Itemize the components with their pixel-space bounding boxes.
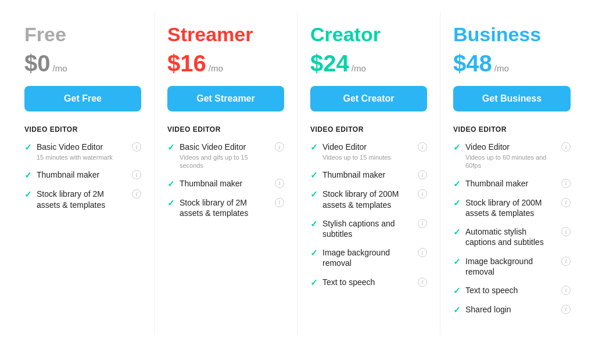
- info-icon[interactable]: i: [418, 219, 427, 228]
- pricing-table: Free$0/moGet FreeVIDEO EDITOR✓Basic Vide…: [12, 12, 583, 335]
- feature-subtext: 15 minutes with watermark: [37, 153, 127, 161]
- list-item: ✓Shared logini: [453, 304, 571, 315]
- plan-name-creator: Creator: [310, 23, 427, 46]
- plan-price-amount-business: $48: [453, 51, 492, 77]
- section-label-creator: VIDEO EDITOR: [310, 125, 427, 134]
- feature-text-wrap: Stock library of 200M assets & templates: [322, 189, 413, 210]
- plan-col-business: Business$48/moGet BusinessVIDEO EDITOR✓V…: [440, 12, 583, 335]
- check-icon: ✓: [167, 179, 175, 189]
- feature-text: Basic Video Editor: [180, 142, 270, 152]
- plan-price-amount-free: $0: [24, 51, 51, 77]
- info-icon[interactable]: i: [561, 179, 571, 188]
- plan-price-period-streamer: /mo: [209, 63, 223, 73]
- feature-list-business: ✓Video EditorVideos up to 60 minutes and…: [453, 142, 571, 315]
- info-icon[interactable]: i: [275, 142, 284, 152]
- section-label-streamer: VIDEO EDITOR: [167, 125, 284, 134]
- feature-text-wrap: Stylish captions and subtitles: [322, 218, 413, 239]
- feature-text: Basic Video Editor: [37, 142, 127, 152]
- feature-text-wrap: Thumbnail maker: [322, 170, 413, 180]
- feature-text-wrap: Basic Video Editor15 minutes with waterm…: [37, 142, 127, 161]
- list-item: ✓Stock library of 200M assets & template…: [310, 189, 427, 210]
- list-item: ✓Image background removali: [453, 256, 571, 277]
- check-icon: ✓: [167, 142, 175, 153]
- feature-text-wrap: Shared login: [465, 304, 557, 315]
- plan-name-streamer: Streamer: [167, 23, 284, 46]
- feature-text-wrap: Stock library of 200M assets & templates: [465, 197, 557, 218]
- feature-text-wrap: Text to speech: [322, 277, 413, 287]
- info-icon[interactable]: i: [561, 305, 571, 314]
- info-icon[interactable]: i: [275, 198, 284, 207]
- check-icon: ✓: [310, 170, 318, 181]
- info-icon[interactable]: i: [561, 142, 571, 152]
- feature-text-wrap: Text to speech: [465, 285, 557, 295]
- feature-text-wrap: Stock library of 2M assets & templates: [180, 197, 270, 218]
- plan-btn-creator[interactable]: Get Creator: [310, 86, 427, 111]
- plan-price-row-business: $48/mo: [453, 51, 571, 77]
- plan-col-streamer: Streamer$16/moGet StreamerVIDEO EDITOR✓B…: [155, 12, 298, 335]
- info-icon[interactable]: i: [561, 257, 571, 266]
- plan-btn-business[interactable]: Get Business: [453, 86, 571, 111]
- feature-text: Video Editor: [322, 142, 413, 152]
- check-icon: ✓: [310, 248, 318, 258]
- list-item: ✓Thumbnail makeri: [310, 170, 427, 181]
- info-icon[interactable]: i: [275, 179, 284, 188]
- feature-text-wrap: Video EditorVideos up to 15 minutes: [322, 142, 413, 161]
- info-icon[interactable]: i: [418, 277, 427, 287]
- feature-text-wrap: Automatic stylish captions and subtitles: [465, 226, 557, 247]
- info-icon[interactable]: i: [418, 248, 427, 257]
- info-icon[interactable]: i: [418, 142, 427, 152]
- plan-price-period-business: /mo: [494, 63, 509, 73]
- list-item: ✓Text to speechi: [453, 285, 571, 296]
- feature-text-wrap: Thumbnail maker: [465, 178, 557, 189]
- check-icon: ✓: [310, 189, 318, 200]
- info-icon[interactable]: i: [418, 170, 427, 179]
- check-icon: ✓: [453, 305, 461, 315]
- info-icon[interactable]: i: [561, 227, 571, 236]
- feature-text: Image background removal: [322, 247, 413, 268]
- feature-text-wrap: Thumbnail maker: [180, 178, 270, 189]
- list-item: ✓Video EditorVideos up to 60 minutes and…: [453, 142, 571, 170]
- feature-text: Stock library of 200M assets & templates: [465, 197, 557, 218]
- list-item: ✓Basic Video Editor15 minutes with water…: [24, 142, 141, 161]
- list-item: ✓Basic Video EditorVideos and gifs up to…: [167, 142, 284, 170]
- plan-price-amount-streamer: $16: [167, 51, 206, 77]
- info-icon[interactable]: i: [132, 170, 141, 179]
- list-item: ✓Automatic stylish captions and subtitle…: [453, 226, 571, 247]
- info-icon[interactable]: i: [561, 198, 571, 207]
- check-icon: ✓: [310, 219, 318, 229]
- feature-subtext: Videos up to 15 minutes: [322, 153, 413, 161]
- feature-text-wrap: Thumbnail maker: [37, 170, 127, 180]
- feature-text-wrap: Stock library of 2M assets & templates: [37, 189, 127, 210]
- list-item: ✓Text to speechi: [310, 277, 427, 288]
- check-icon: ✓: [24, 142, 32, 153]
- list-item: ✓Stock library of 2M assets & templatesi: [167, 197, 284, 218]
- feature-text: Stock library of 2M assets & templates: [37, 189, 127, 210]
- feature-text: Automatic stylish captions and subtitles: [465, 226, 557, 247]
- feature-text-wrap: Image background removal: [465, 256, 557, 277]
- info-icon[interactable]: i: [418, 189, 427, 199]
- plan-btn-streamer[interactable]: Get Streamer: [167, 86, 284, 111]
- feature-list-creator: ✓Video EditorVideos up to 15 minutesi✓Th…: [310, 142, 427, 288]
- check-icon: ✓: [453, 286, 461, 296]
- list-item: ✓Image background removali: [310, 247, 427, 268]
- list-item: ✓Thumbnail makeri: [167, 178, 284, 189]
- info-icon[interactable]: i: [132, 142, 141, 152]
- plan-name-business: Business: [453, 23, 571, 46]
- section-label-business: VIDEO EDITOR: [453, 125, 571, 134]
- info-icon[interactable]: i: [132, 189, 141, 199]
- check-icon: ✓: [310, 142, 318, 153]
- list-item: ✓Stock library of 2M assets & templatesi: [24, 189, 141, 210]
- feature-text: Thumbnail maker: [37, 170, 127, 180]
- check-icon: ✓: [453, 257, 461, 267]
- info-icon[interactable]: i: [561, 286, 571, 295]
- feature-text: Thumbnail maker: [465, 178, 557, 189]
- plan-price-row-streamer: $16/mo: [167, 51, 284, 77]
- list-item: ✓Thumbnail makeri: [24, 170, 141, 181]
- feature-text-wrap: Video EditorVideos up to 60 minutes and …: [465, 142, 557, 170]
- plan-btn-free[interactable]: Get Free: [24, 86, 141, 111]
- feature-text: Video Editor: [465, 142, 557, 152]
- check-icon: ✓: [167, 198, 175, 208]
- check-icon: ✓: [310, 277, 318, 288]
- feature-text: Thumbnail maker: [180, 178, 270, 189]
- plan-col-creator: Creator$24/moGet CreatorVIDEO EDITOR✓Vid…: [298, 12, 440, 335]
